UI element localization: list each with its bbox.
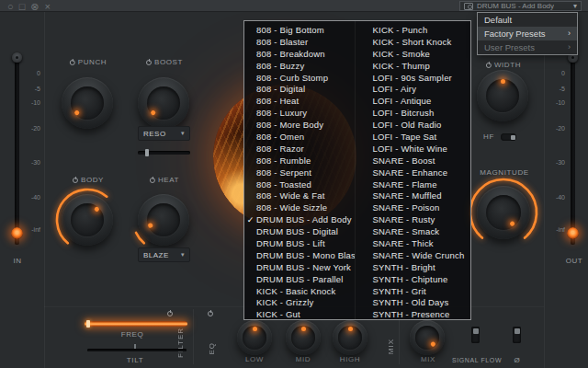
preset-item[interactable]: SYNTH - Bright — [361, 261, 471, 273]
preset-item[interactable]: 808 - Digital — [244, 83, 355, 95]
scale-label: -20 — [556, 125, 565, 132]
width-knob[interactable] — [477, 70, 528, 121]
preset-item[interactable]: DRUM BUS - Mono Blast — [244, 249, 355, 261]
phase-toggle[interactable] — [513, 327, 521, 343]
preset-item[interactable]: LOFI - 90s Sampler — [361, 72, 471, 84]
heat-knob[interactable] — [138, 194, 189, 246]
preset-item[interactable]: SNARE - Enhance — [361, 167, 471, 178]
high-knob[interactable] — [333, 320, 368, 355]
freq-slider-handle[interactable] — [86, 320, 90, 328]
high-label: HIGH — [340, 355, 360, 363]
menu-item-factory-presets[interactable]: Factory Presets › — [478, 27, 577, 40]
preset-item[interactable]: SYNTH - Presence — [361, 308, 471, 319]
boost-knob[interactable] — [138, 77, 189, 129]
preset-item[interactable]: KICK - Basic Knock — [244, 285, 355, 297]
undo-icon[interactable]: ○ — [7, 1, 14, 12]
body-knob[interactable] — [62, 194, 113, 246]
preset-item[interactable]: SNARE - Flame — [361, 178, 471, 190]
divider — [544, 12, 545, 368]
power-icon[interactable] — [150, 178, 155, 183]
blaze-select[interactable]: BLAZE ▾ — [138, 247, 190, 262]
signal-flow-label: SIGNAL FLOW — [452, 357, 502, 363]
preset-item[interactable]: LOFI - Antique — [361, 95, 471, 107]
preset-item[interactable]: 808 - Serpent — [244, 167, 355, 178]
preset-item[interactable]: KICK - Grizzly — [244, 296, 355, 308]
chevron-down-icon[interactable]: ▾ — [573, 2, 577, 10]
preset-item[interactable]: 808 - Breakdown — [244, 48, 355, 60]
preset-item[interactable]: SNARE - Wide Crunch — [361, 249, 471, 261]
preset-item[interactable]: 808 - Razor — [244, 143, 355, 155]
scale-label: 0 — [561, 70, 565, 76]
preset-item[interactable]: LOFI - White Wine — [361, 143, 471, 155]
preset-item[interactable]: LOFI - Bitcrush — [361, 107, 471, 119]
submenu-arrow-icon: › — [568, 40, 571, 54]
preset-item[interactable]: SNARE - Boost — [361, 155, 471, 167]
input-gain-track[interactable] — [15, 57, 19, 245]
preset-item[interactable]: DRUM BUS - Parallel — [244, 273, 355, 285]
preset-item[interactable]: DRUM BUS - Digital — [244, 225, 355, 237]
preset-item[interactable]: SNARE - Thick — [361, 237, 471, 249]
width-label: WIDTH — [486, 61, 521, 69]
preset-item[interactable]: SYNTH - Old Days — [361, 296, 471, 308]
preset-item[interactable]: KICK - Thump — [361, 60, 471, 72]
preset-item[interactable]: 808 - Buzzy — [244, 60, 355, 72]
hf-toggle[interactable] — [501, 133, 516, 141]
input-scale: 0-5-10-20-30-40-inf — [24, 55, 40, 239]
punch-knob[interactable] — [62, 77, 113, 129]
preset-item[interactable]: DRUM BUS - Lift — [244, 237, 355, 249]
resize-icon[interactable]: × — [45, 1, 51, 12]
output-gain-track[interactable] — [571, 57, 575, 245]
magnitude-knob[interactable] — [477, 186, 530, 239]
preset-selector[interactable]: DRUM BUS - Add Body ▾ — [459, 1, 582, 11]
preset-item[interactable]: SNARE - Poison — [361, 201, 471, 213]
power-icon[interactable] — [486, 63, 492, 68]
preset-item[interactable]: LOFI - Tape Sat — [361, 131, 471, 143]
preset-item[interactable]: 808 - Rumble — [244, 155, 355, 167]
mix-knob[interactable] — [410, 320, 445, 355]
preset-item[interactable]: DRUM BUS - New York — [244, 261, 355, 273]
mid-knob[interactable] — [286, 320, 321, 355]
preset-item[interactable]: SYNTH - Chiptune — [361, 273, 471, 285]
preset-item[interactable]: SYNTH - Grit — [361, 285, 471, 297]
redo-icon[interactable]: □ — [19, 1, 26, 12]
power-icon[interactable] — [73, 178, 78, 183]
preset-item[interactable]: 808 - Blaster — [244, 36, 355, 48]
preset-item[interactable]: ✓DRUM BUS - Add Body — [244, 213, 355, 225]
menu-item-user-presets[interactable]: User Presets › — [478, 40, 577, 54]
preset-item[interactable]: SNARE - Smack — [361, 225, 471, 237]
preset-item[interactable]: KICK - Short Knock — [361, 36, 471, 48]
snapshot-icon[interactable] — [464, 3, 473, 10]
preset-item[interactable]: 808 - Heat — [244, 95, 355, 107]
output-level-led[interactable] — [567, 227, 579, 239]
power-icon[interactable] — [70, 60, 75, 65]
preset-item[interactable]: 808 - Curb Stomp — [244, 72, 355, 84]
preset-item[interactable]: SNARE - Muffled — [361, 190, 471, 201]
filter-power-icon[interactable] — [167, 311, 173, 316]
reso-select[interactable]: RESO ▾ — [138, 126, 190, 141]
preset-item[interactable]: 808 - Big Bottom — [244, 24, 355, 36]
input-level-led[interactable] — [11, 227, 23, 239]
preset-item[interactable]: 808 - Toasted — [244, 178, 355, 190]
preset-item[interactable]: LOFI - Old Radio — [361, 119, 471, 131]
preset-item[interactable]: 808 - More Body — [244, 119, 355, 131]
preset-item[interactable]: 808 - Wide & Fat — [244, 190, 355, 201]
tilt-slider[interactable] — [87, 349, 187, 351]
power-icon[interactable] — [146, 60, 152, 65]
preset-item[interactable]: 808 - Omen — [244, 131, 355, 143]
menu-item-default[interactable]: Default — [478, 13, 577, 27]
preset-item[interactable]: 808 - Luxury — [244, 107, 355, 119]
signal-flow-toggle[interactable] — [471, 327, 480, 343]
low-knob[interactable] — [237, 320, 272, 355]
reso-slider-handle[interactable] — [145, 149, 149, 156]
preset-item[interactable]: 808 - Wide Sizzle — [244, 201, 355, 213]
input-gain-thumb[interactable] — [12, 52, 22, 63]
power-icon[interactable]: ⊗ — [30, 1, 39, 12]
eq-power-icon[interactable] — [208, 311, 213, 316]
reso-slider[interactable] — [138, 151, 190, 155]
freq-slider[interactable] — [85, 321, 187, 327]
preset-item[interactable]: KICK - Punch — [361, 24, 471, 36]
preset-item[interactable]: SNARE - Rusty — [361, 213, 471, 225]
preset-item[interactable]: KICK - Gut — [244, 308, 355, 319]
preset-item[interactable]: KICK - Smoke — [361, 48, 471, 60]
preset-item[interactable]: LOFI - Airy — [361, 83, 471, 95]
